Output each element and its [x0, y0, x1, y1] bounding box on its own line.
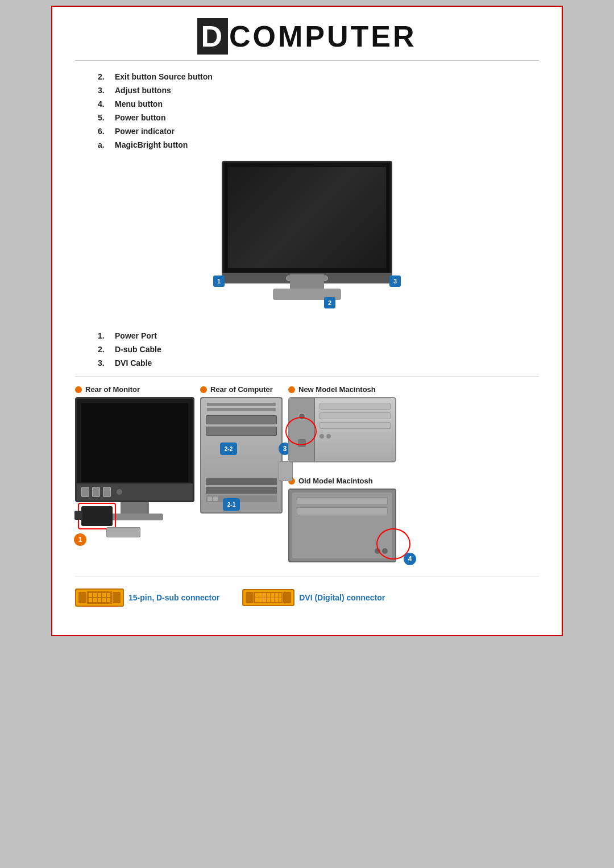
list-item: 3. DVI Cable [98, 358, 539, 368]
monitor-illustration: 1 2 3 [210, 161, 404, 320]
rear-monitor-section: Rear of Monitor [75, 385, 194, 520]
badge-2: 2 [324, 297, 335, 308]
badge-1: 1 [213, 276, 225, 287]
item-label: Power Port [115, 331, 157, 340]
connections-area: Rear of Monitor [75, 385, 539, 568]
tower-top-slots [207, 403, 276, 413]
old-mac-label: Old Model Macintosh [288, 477, 408, 485]
power-adapter-outline [78, 503, 116, 529]
cable-connector-box [106, 527, 140, 537]
item-label: Power button [115, 113, 165, 122]
dsub-label: 15-pin, D-sub connector [128, 593, 219, 602]
connector-icons-row: 15-pin, D-sub connector [75, 589, 539, 607]
mac-io-port [320, 434, 324, 439]
pin [102, 598, 106, 602]
pin [89, 598, 92, 602]
port-bar [77, 483, 193, 500]
port [81, 487, 89, 497]
logo: DCOMPUTER [197, 18, 416, 55]
new-mac-text: New Model Macintosh [298, 385, 376, 394]
rear-screen [81, 403, 188, 482]
new-mac: New Model Macintosh [288, 385, 408, 462]
badge-b2-1: 2-1 [223, 498, 240, 511]
rear-computer-wrap: 3 2-1 2-2 [200, 397, 283, 514]
pin [263, 593, 267, 598]
dvi-connector-item: DVI (Digital) connector [242, 589, 385, 606]
new-mac-wrap [288, 397, 408, 462]
cable-list: 1. Power Port 2. D-sub Cable 3. DVI Cabl… [98, 331, 539, 368]
dvi-icon-box [242, 589, 294, 606]
badge-b4: 4 [404, 553, 416, 565]
dsub-left-plug [78, 592, 86, 603]
mon-stand-neck [121, 502, 149, 514]
drive-bay [206, 427, 277, 436]
orange-dot [200, 386, 207, 393]
mac-drive [320, 412, 391, 419]
port-row [206, 495, 277, 502]
red-circle-highlight [285, 417, 317, 445]
badge-3: 3 [389, 276, 401, 287]
dsub-connector-item: 15-pin, D-sub connector [75, 589, 219, 607]
pin [255, 593, 259, 598]
spacer [288, 468, 539, 477]
rear-computer-text: Rear of Computer [210, 385, 273, 394]
mac-right-panel [315, 398, 395, 461]
divider [75, 577, 539, 577]
list-item: 6. Power indicator [98, 127, 539, 136]
vga-connector [279, 461, 293, 481]
dvi-right-plug [283, 592, 291, 603]
port-circle [117, 489, 122, 495]
new-mac-label: New Model Macintosh [288, 385, 408, 394]
orange-dot [75, 386, 82, 393]
old-mac-drives [297, 497, 388, 518]
old-mac-drive [297, 497, 388, 505]
port [92, 487, 100, 497]
item-num: 1. [98, 331, 115, 340]
mac-section: New Model Macintosh [288, 385, 539, 568]
pin [255, 598, 259, 603]
item-num: 2. [98, 72, 115, 81]
logo-area: DCOMPUTER [75, 18, 539, 61]
item-num: 4. [98, 99, 115, 108]
pin [275, 593, 278, 598]
item-label: Adjust buttons [115, 86, 171, 95]
logo-rest: COMPUTER [229, 20, 417, 53]
expansion-slot [206, 487, 277, 494]
pin [107, 593, 110, 597]
pin [267, 598, 270, 603]
old-mac-wrap: 4 [288, 489, 408, 562]
item-num: 3. [98, 86, 115, 95]
old-mac: Old Model Macintosh [288, 477, 408, 562]
pin [259, 593, 263, 598]
pin [259, 598, 263, 603]
list-item: 2. D-sub Cable [98, 345, 539, 354]
power-adapter [81, 506, 113, 526]
slot [207, 403, 276, 406]
logo-d: D [197, 18, 228, 55]
list-item: 2. Exit button Source button [98, 72, 539, 81]
item-label: DVI Cable [115, 358, 152, 368]
badge-b2-2: 2-2 [220, 443, 237, 455]
monitor-front-diagram: 1 2 3 [75, 161, 539, 320]
mac-io-port [326, 434, 331, 439]
item-num: 3. [98, 358, 115, 368]
monitor-body [222, 161, 392, 274]
dsub-right-plug [113, 592, 121, 603]
rear-monitor-text: Rear of Monitor [85, 385, 140, 394]
item-label: D-sub Cable [115, 345, 161, 354]
rear-computer-section: Rear of Computer [200, 385, 283, 514]
old-mac-text: Old Model Macintosh [298, 477, 373, 485]
pin [279, 593, 282, 598]
rear-computer-label: Rear of Computer [200, 385, 283, 394]
pin [107, 598, 110, 602]
slot [207, 408, 276, 411]
rear-monitor-body: 1 [75, 397, 194, 502]
item-label: Exit button Source button [115, 72, 213, 81]
item-label: Menu button [115, 99, 163, 108]
pin [271, 598, 274, 603]
mac-drive [320, 403, 391, 410]
rear-monitor-wrap: 1 [75, 397, 194, 520]
mac-drive [320, 422, 391, 429]
pin [267, 593, 270, 598]
divider [75, 376, 539, 377]
